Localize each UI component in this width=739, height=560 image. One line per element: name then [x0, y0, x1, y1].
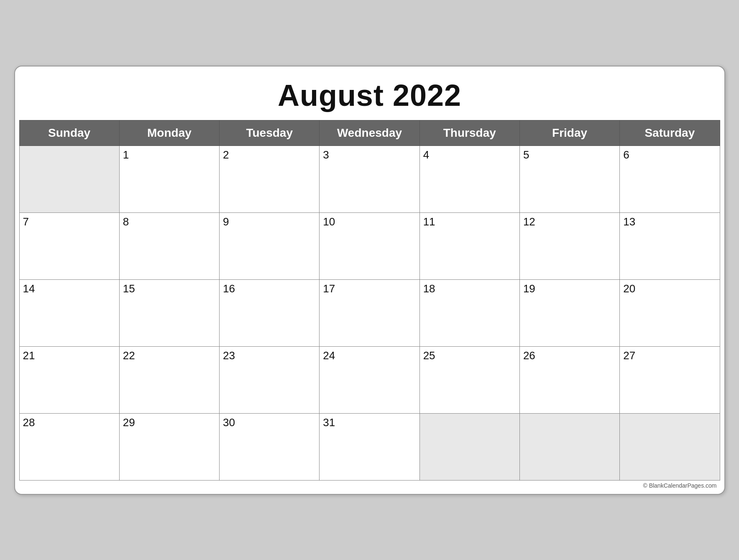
calendar-cell — [19, 146, 119, 212]
week-row-4: 21222324252627 — [19, 346, 720, 413]
calendar-table: SundayMondayTuesdayWednesdayThursdayFrid… — [19, 120, 720, 481]
calendar-cell: 6 — [620, 146, 720, 212]
calendar-cell: 5 — [519, 146, 619, 212]
calendar-cell: 13 — [620, 212, 720, 279]
calendar-cell: 17 — [320, 279, 419, 346]
calendar-cell: 14 — [19, 279, 119, 346]
calendar-cell: 2 — [220, 146, 320, 212]
calendar-cell: 26 — [519, 346, 619, 413]
calendar-cell — [620, 413, 720, 480]
calendar-cell: 4 — [419, 146, 519, 212]
calendar-cell: 28 — [19, 413, 119, 480]
calendar-cell: 1 — [119, 146, 219, 212]
day-header-sunday: Sunday — [19, 120, 119, 146]
day-header-friday: Friday — [519, 120, 619, 146]
calendar-cell — [519, 413, 619, 480]
calendar-cell: 24 — [320, 346, 419, 413]
calendar-cell — [419, 413, 519, 480]
day-header-wednesday: Wednesday — [320, 120, 419, 146]
watermark: © BlankCalendarPages.com — [19, 481, 720, 490]
calendar-cell: 31 — [320, 413, 419, 480]
week-row-2: 78910111213 — [19, 212, 720, 279]
calendar-cell: 11 — [419, 212, 519, 279]
calendar-cell: 9 — [220, 212, 320, 279]
calendar-cell: 27 — [620, 346, 720, 413]
calendar-cell: 10 — [320, 212, 419, 279]
week-row-5: 28293031 — [19, 413, 720, 480]
calendar-cell: 21 — [19, 346, 119, 413]
calendar-cell: 23 — [220, 346, 320, 413]
calendar-cell: 15 — [119, 279, 219, 346]
calendar-cell: 22 — [119, 346, 219, 413]
calendar-cell: 18 — [419, 279, 519, 346]
calendar-cell: 12 — [519, 212, 619, 279]
calendar-cell: 25 — [419, 346, 519, 413]
day-header-tuesday: Tuesday — [220, 120, 320, 146]
calendar-cell: 16 — [220, 279, 320, 346]
days-header-row: SundayMondayTuesdayWednesdayThursdayFrid… — [19, 120, 720, 146]
calendar-cell: 3 — [320, 146, 419, 212]
day-header-monday: Monday — [119, 120, 219, 146]
calendar-cell: 20 — [620, 279, 720, 346]
week-row-1: 123456 — [19, 146, 720, 212]
day-header-saturday: Saturday — [620, 120, 720, 146]
calendar-cell: 7 — [19, 212, 119, 279]
calendar-title: August 2022 — [19, 71, 720, 120]
calendar-cell: 19 — [519, 279, 619, 346]
calendar-container: August 2022 SundayMondayTuesdayWednesday… — [14, 66, 725, 495]
day-header-thursday: Thursday — [419, 120, 519, 146]
week-row-3: 14151617181920 — [19, 279, 720, 346]
calendar-cell: 30 — [220, 413, 320, 480]
calendar-cell: 29 — [119, 413, 219, 480]
calendar-cell: 8 — [119, 212, 219, 279]
